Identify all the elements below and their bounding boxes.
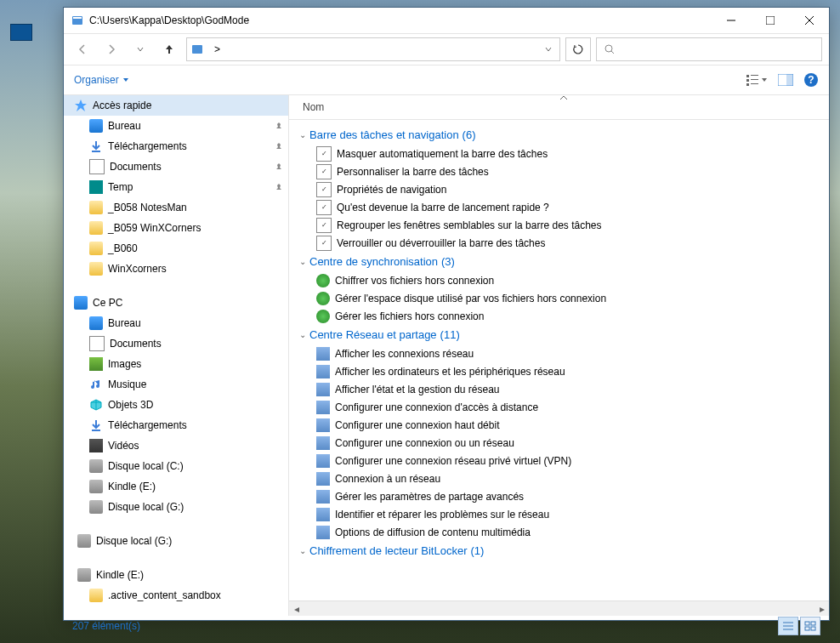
list-item[interactable]: Identifier et réparer les problèmes sur … — [292, 505, 829, 523]
network-icon — [316, 365, 330, 378]
search-box[interactable] — [596, 37, 822, 61]
network-icon — [316, 436, 330, 450]
download-icon — [89, 139, 103, 153]
path-segment[interactable]: > — [214, 43, 220, 55]
taskbar-icon: ✓ — [316, 200, 332, 215]
horizontal-scrollbar[interactable]: ◂ ▸ — [289, 600, 829, 616]
network-icon — [316, 454, 330, 468]
list-item[interactable]: Gérer les paramètres de partage avancés — [292, 487, 829, 505]
scroll-right-button[interactable]: ▸ — [814, 601, 829, 616]
sidebar-item[interactable]: Documents — [64, 156, 288, 177]
list-item[interactable]: Configurer une connexion d'accès à dista… — [292, 398, 829, 416]
list-item[interactable]: Configurer une connexion haut débit — [292, 416, 829, 434]
sidebar-item[interactable]: Bureau — [64, 313, 288, 333]
content-pane: Nom ⌄Barre des tâches et navigation (6)✓… — [289, 95, 829, 616]
search-icon — [604, 43, 616, 55]
sidebar-item[interactable]: Objets 3D — [64, 395, 288, 415]
sidebar-item[interactable]: Téléchargements — [64, 136, 288, 156]
thumbnails-view-button[interactable] — [800, 617, 820, 635]
list-item[interactable]: Configurer une connexion ou un réseau — [292, 434, 829, 452]
navigation-pane[interactable]: Accès rapide BureauTéléchargementsDocume… — [64, 95, 289, 616]
list-item[interactable]: Gérer l'espace disque utilisé par vos fi… — [292, 289, 829, 307]
list-item[interactable]: Afficher l'état et la gestion du réseau — [292, 380, 829, 398]
taskbar-app-icon[interactable] — [10, 24, 32, 41]
list-item[interactable]: Afficher les connexions réseau — [292, 344, 829, 362]
sidebar-item[interactable]: _B059 WinXCorners — [64, 218, 288, 238]
folder-icon — [89, 221, 103, 235]
details-view-button[interactable] — [778, 617, 798, 635]
maximize-button[interactable] — [751, 8, 790, 33]
network-icon — [316, 472, 330, 486]
group-header[interactable]: ⌄Chiffrement de lecteur BitLocker (1) — [292, 541, 829, 560]
help-button[interactable]: ? — [803, 72, 819, 88]
list-item[interactable]: Configurer une connexion réseau privé vi… — [292, 452, 829, 469]
titlebar: C:\Users\Kappa\Desktop\GodMode — [64, 8, 829, 34]
sidebar-item[interactable]: Kindle (E:) — [64, 476, 288, 497]
address-bar[interactable]: > — [186, 37, 560, 61]
sidebar-item[interactable]: Disque local (C:) — [64, 456, 288, 476]
network-icon — [316, 418, 330, 432]
group-header[interactable]: ⌄Centre de synchronisation (3) — [292, 252, 829, 271]
up-button[interactable] — [157, 37, 181, 61]
list-item[interactable]: ✓Propriétés de navigation — [292, 180, 829, 198]
network-icon — [316, 526, 330, 539]
view-options-button[interactable] — [746, 74, 768, 86]
svg-rect-10 — [751, 75, 758, 76]
sidebar-item[interactable]: Disque local (G:) — [64, 497, 288, 517]
sidebar-quick-access[interactable]: Accès rapide — [64, 95, 288, 116]
folder-icon — [89, 589, 103, 602]
sidebar-this-pc[interactable]: Ce PC — [64, 293, 288, 313]
sync-icon — [316, 274, 330, 287]
preview-pane-button[interactable] — [778, 74, 793, 86]
svg-rect-16 — [786, 74, 793, 86]
list-item[interactable]: ✓Masquer automatiquement la barre des tâ… — [292, 145, 829, 162]
network-icon — [316, 508, 330, 521]
recent-dropdown[interactable] — [128, 37, 152, 61]
music-icon — [89, 378, 103, 391]
sidebar-item[interactable]: .active_content_sandbox — [64, 585, 288, 606]
list-item[interactable]: Afficher les ordinateurs et les périphér… — [292, 362, 829, 380]
sidebar-item[interactable]: Temp — [64, 177, 288, 197]
column-header-name[interactable]: Nom — [289, 95, 829, 120]
forward-button[interactable] — [99, 37, 123, 61]
refresh-button[interactable] — [565, 37, 591, 61]
sidebar-item[interactable]: Musique — [64, 374, 288, 395]
group-header[interactable]: ⌄Barre des tâches et navigation (6) — [292, 125, 829, 145]
list-item[interactable]: ✓Verrouiller ou déverrouiller la barre d… — [292, 234, 829, 252]
list-item[interactable]: Connexion à un réseau — [292, 469, 829, 487]
sidebar-item[interactable]: Disque local (G:) — [64, 531, 288, 551]
sidebar-item[interactable]: _B060 — [64, 238, 288, 259]
close-button[interactable] — [790, 8, 829, 33]
network-icon — [316, 347, 330, 361]
sync-icon — [316, 310, 330, 323]
scroll-left-button[interactable]: ◂ — [289, 601, 304, 616]
sidebar-item[interactable]: Vidéos — [64, 435, 288, 456]
list-item[interactable]: Chiffrer vos fichiers hors connexion — [292, 271, 829, 289]
back-button[interactable] — [71, 37, 94, 61]
sidebar-item[interactable]: _B058 NotesMan — [64, 197, 288, 218]
svg-rect-11 — [746, 79, 749, 82]
list-item[interactable]: ✓Qu'est devenue la barre de lancement ra… — [292, 198, 829, 216]
sidebar-item[interactable]: Documents — [64, 333, 288, 354]
sidebar-item[interactable]: Bureau — [64, 116, 288, 136]
status-text: 207 élément(s) — [72, 620, 140, 632]
drive-icon — [89, 480, 103, 493]
sidebar-item[interactable]: Images — [64, 354, 288, 374]
minimize-button[interactable] — [712, 8, 751, 33]
svg-rect-14 — [751, 83, 758, 84]
document-icon — [89, 159, 105, 174]
window-title: C:\Users\Kappa\Desktop\GodMode — [89, 14, 712, 26]
desktop-icon — [89, 316, 103, 330]
list-item[interactable]: ✓Personnaliser la barre des tâches — [292, 162, 829, 180]
items-list[interactable]: ⌄Barre des tâches et navigation (6)✓Masq… — [289, 120, 829, 600]
list-item[interactable]: ✓Regrouper les fenêtres semblables sur l… — [292, 216, 829, 234]
sidebar-item[interactable]: Téléchargements — [64, 415, 288, 435]
list-item[interactable]: Gérer les fichiers hors connexion — [292, 307, 829, 325]
sidebar-item[interactable]: WinXcorners — [64, 259, 288, 279]
group-header[interactable]: ⌄Centre Réseau et partage (11) — [292, 325, 829, 344]
list-item[interactable]: Options de diffusion de contenu multiméd… — [292, 523, 829, 541]
sidebar-item[interactable]: Kindle (E:) — [64, 565, 288, 585]
address-dropdown[interactable] — [544, 45, 553, 54]
taskbar-icon: ✓ — [316, 146, 332, 162]
organiser-menu[interactable]: Organiser — [74, 74, 129, 86]
